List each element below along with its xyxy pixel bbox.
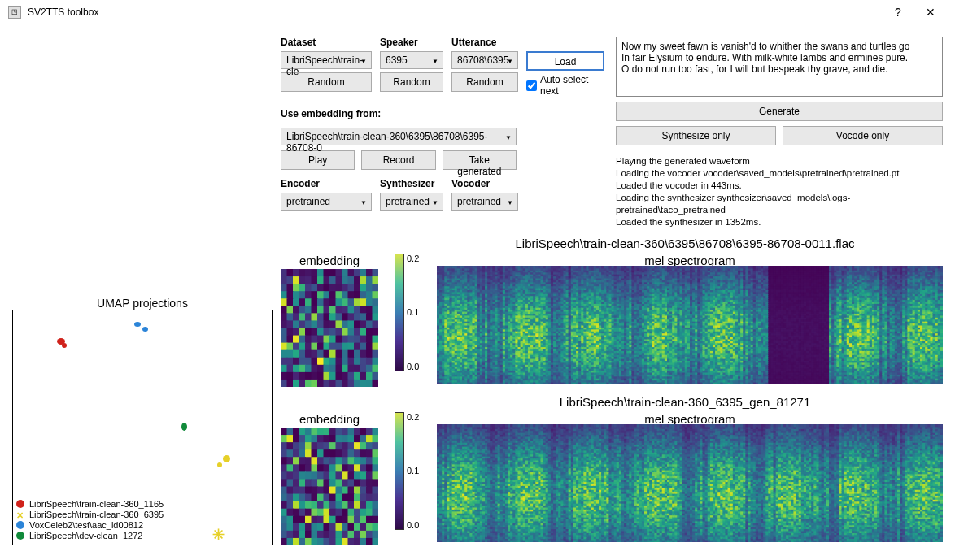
- colorbar-tick: 0.1: [407, 307, 419, 317]
- spec2-title: LibriSpeech\train-clean-360_6395_gen_812…: [427, 395, 943, 409]
- vocoder-label: Vocoder: [451, 178, 518, 189]
- colorbar-tick: 0.2: [407, 254, 419, 263]
- log-line: Loaded the synthesizer in 1352ms.: [616, 216, 943, 228]
- dataset-label: Dataset: [281, 37, 372, 48]
- use-embedding-label: Use embedding from:: [281, 108, 604, 119]
- umap-point: [62, 343, 67, 348]
- log-line: Loading the synthesizer synthesizer\save…: [616, 192, 943, 216]
- umap-point: [142, 327, 148, 332]
- colorbar-tick: 0.2: [407, 412, 419, 422]
- umap-point: [217, 462, 222, 467]
- umap-point: [223, 455, 230, 462]
- legend-label: VoxCeleb2\test\aac_id00812: [29, 520, 143, 530]
- embedding1-heatmap: [281, 269, 378, 387]
- log-output: Playing the generated waveform Loading t…: [616, 155, 943, 228]
- umap-plot: ✳ LibriSpeech\train-clean-360_1165 ✕Libr…: [12, 310, 273, 545]
- legend-label: LibriSpeech\train-clean-360_6395: [29, 510, 164, 519]
- speaker-label: Speaker: [380, 37, 443, 48]
- vocode-only-button[interactable]: Vocode only: [783, 126, 943, 145]
- legend-label: LibriSpeech\train-clean-360_1165: [29, 499, 164, 509]
- close-button[interactable]: ✕: [914, 6, 947, 19]
- colorbar2: 0.2 0.1 0.0: [395, 412, 421, 530]
- spec1-title: LibriSpeech\train-clean-360\6395\86708\6…: [427, 237, 943, 250]
- vocoder-select[interactable]: pretrained: [451, 193, 518, 211]
- synthesize-only-button[interactable]: Synthesize only: [616, 126, 776, 145]
- umap-title: UMAP projections: [12, 297, 273, 310]
- embedding2-title: embedding: [299, 412, 360, 426]
- umap-point: ✳: [212, 526, 225, 544]
- colorbar-tick: 0.0: [407, 362, 419, 371]
- app-icon: ◳: [8, 6, 21, 19]
- log-line: Playing the generated waveform: [616, 155, 943, 167]
- random-speaker-button[interactable]: Random: [380, 72, 443, 92]
- auto-select-label: Auto select next: [540, 74, 604, 97]
- help-button[interactable]: ?: [882, 6, 914, 19]
- synthesizer-select[interactable]: pretrained: [380, 193, 443, 211]
- umap-point: [181, 423, 187, 431]
- colorbar1: 0.2 0.1 0.0: [395, 254, 421, 371]
- mel2-spectrogram: [437, 424, 943, 542]
- take-generated-button[interactable]: Take generated: [443, 150, 517, 170]
- utterance-select[interactable]: 86708\6395: [451, 51, 518, 69]
- legend-label: LibriSpeech\dev-clean_1272: [29, 531, 142, 540]
- encoder-select[interactable]: pretrained: [281, 193, 372, 211]
- text-input[interactable]: [616, 37, 943, 97]
- generate-button[interactable]: Generate: [616, 102, 943, 121]
- log-line: Loading the vocoder vocoder\saved_models…: [616, 167, 943, 180]
- utterance-label: Utterance: [451, 37, 518, 48]
- synthesizer-label: Synthesizer: [380, 178, 443, 189]
- window-title: SV2TTS toolbox: [28, 7, 882, 18]
- random-utterance-button[interactable]: Random: [451, 72, 518, 92]
- colorbar-tick: 0.0: [407, 520, 419, 530]
- dataset-select[interactable]: LibriSpeech\train-cle: [281, 51, 372, 69]
- load-button[interactable]: Load: [526, 51, 604, 71]
- mel1-spectrogram: [437, 266, 943, 384]
- auto-select-checkbox[interactable]: [526, 80, 537, 91]
- speaker-select[interactable]: 6395: [380, 51, 443, 69]
- umap-point: [134, 322, 141, 327]
- spacer-label: [526, 37, 604, 48]
- embedding1-title: embedding: [299, 254, 360, 267]
- embedding-select[interactable]: LibriSpeech\train-clean-360\6395\86708\6…: [281, 128, 517, 145]
- embedding2-heatmap: [281, 428, 378, 545]
- encoder-label: Encoder: [281, 178, 372, 189]
- umap-legend: LibriSpeech\train-clean-360_1165 ✕LibriS…: [16, 498, 164, 541]
- colorbar-tick: 0.1: [407, 466, 419, 475]
- record-button[interactable]: Record: [361, 150, 435, 170]
- log-line: Loaded the vocoder in 443ms.: [616, 180, 943, 192]
